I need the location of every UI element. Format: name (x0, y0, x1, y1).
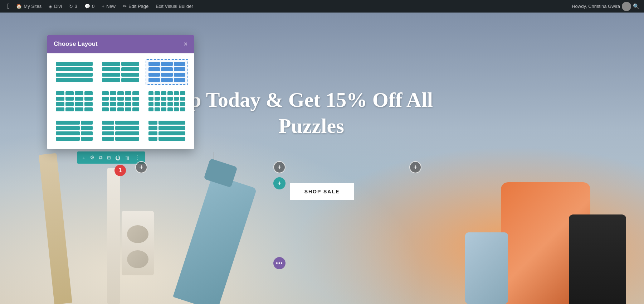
settings-button[interactable]: ⚙ (88, 154, 96, 161)
modal-close-button[interactable]: × (184, 41, 187, 47)
delete-button[interactable]: ⊞ (105, 154, 113, 161)
comments-menu[interactable]: 💬 0 (81, 0, 98, 13)
toy-plank (122, 211, 154, 275)
toy-stick (107, 168, 120, 304)
edit-page-link[interactable]: ✏ Edit Page (119, 0, 152, 13)
add-column-1-button[interactable]: + (135, 161, 147, 173)
admin-bar:  🏠 My Sites ◈ Divi ↻ 3 💬 0 + New ✏ Edit… (0, 0, 644, 13)
comments-icon: 💬 (84, 4, 90, 9)
exit-builder-label: Exit Visual Builder (156, 4, 193, 9)
layout-1-col[interactable] (53, 59, 96, 85)
layout-2-col[interactable] (99, 59, 142, 85)
my-sites-label: My Sites (24, 4, 42, 9)
layout-one-third[interactable] (99, 118, 142, 144)
home-icon: 🏠 (16, 4, 22, 9)
modal-header: Choose Layout × (47, 35, 194, 53)
new-icon: + (102, 4, 104, 9)
exit-builder-button[interactable]: Exit Visual Builder (152, 0, 197, 13)
divi-label: Divi (54, 4, 62, 9)
builder-toolbar: + ⚙ ⧉ ⊞ ⏻ 🗑 ⋮ (77, 151, 145, 164)
more-button[interactable]: ⋮ (133, 154, 142, 161)
layout-one-quarter[interactable] (146, 118, 188, 144)
layout-grid (53, 59, 188, 144)
revisions-count: 3 (75, 4, 77, 9)
comments-count: 0 (92, 4, 94, 9)
layout-two-thirds[interactable] (53, 118, 96, 144)
new-menu[interactable]: + New (98, 0, 119, 13)
avatar[interactable] (622, 2, 631, 11)
wp-logo[interactable]:  (4, 0, 13, 13)
revisions-icon: ↻ (69, 4, 73, 9)
disable-button[interactable]: ⏻ (113, 154, 122, 161)
add-column-3-button[interactable]: + (409, 161, 421, 173)
layout-5-col[interactable] (99, 88, 142, 114)
options-button[interactable]: ••• (273, 257, 286, 269)
divi-menu[interactable]: ◈ Divi (45, 0, 65, 13)
modal-body (47, 53, 194, 149)
new-label: New (106, 4, 116, 9)
trash-button[interactable]: 🗑 (123, 154, 132, 161)
edit-page-label: Edit Page (128, 4, 148, 9)
separator-2 (352, 152, 352, 260)
my-sites-menu[interactable]: 🏠 My Sites (13, 0, 45, 13)
shop-sale-button[interactable]: SHOP SALE (290, 183, 354, 200)
step-badge-1: 1 (114, 165, 126, 176)
pencil-icon: ✏ (123, 4, 127, 9)
add-column-2-button[interactable]: + (273, 161, 286, 173)
layout-3-col[interactable] (146, 59, 188, 85)
layout-4-col[interactable] (53, 88, 96, 114)
search-icon[interactable]: 🔍 (633, 3, 640, 10)
modal-title: Choose Layout (54, 40, 98, 48)
revisions-menu[interactable]: ↻ 3 (65, 0, 81, 13)
layout-6-col[interactable] (146, 88, 188, 114)
toy-dark-shape (569, 214, 626, 304)
user-greeting: Howdy, Christina Gwira (572, 4, 620, 9)
hero-headline: p Today & Get 15% Off All Puzzles (190, 87, 433, 139)
toy-misc (465, 232, 508, 304)
add-section-button[interactable]: + (80, 154, 87, 161)
duplicate-button[interactable]: ⧉ (97, 154, 104, 161)
divi-icon: ◈ (49, 4, 52, 9)
hero-section: p Today & Get 15% Off All Puzzles + ⚙ ⧉ … (0, 13, 644, 304)
choose-layout-modal: Choose Layout × (47, 35, 194, 149)
admin-bar-right: Howdy, Christina Gwira 🔍 (572, 2, 640, 11)
add-row-button[interactable]: + (273, 177, 286, 189)
